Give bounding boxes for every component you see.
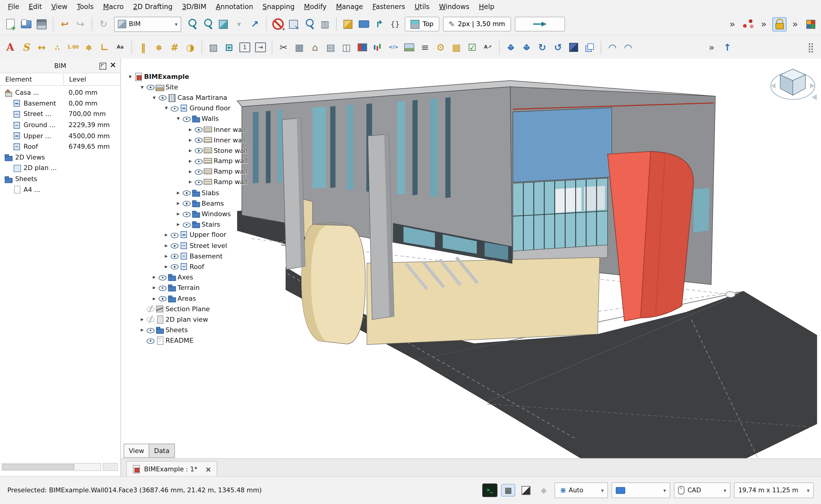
- move-icon[interactable]: [504, 40, 518, 54]
- menu-utils[interactable]: Utils: [410, 1, 434, 11]
- menu-2d-drafting[interactable]: 2D Drafting: [128, 1, 177, 11]
- expand-panel-icon[interactable]: [100, 63, 106, 70]
- redo-icon[interactable]: ↪: [73, 17, 87, 31]
- arch-section-plane-icon[interactable]: ◑: [183, 40, 197, 54]
- document-tab[interactable]: BIMExample : 1* ×: [126, 461, 217, 476]
- tree-item-walls[interactable]: ▾Walls: [124, 113, 248, 124]
- horizontal-scrollbar[interactable]: [1, 463, 101, 471]
- code-icon[interactable]: </>: [387, 40, 401, 54]
- arch-axis-system-icon[interactable]: ✽: [152, 40, 166, 54]
- menu-tools[interactable]: Tools: [72, 1, 98, 11]
- bim-window-icon[interactable]: ◫: [339, 40, 354, 54]
- bim-tools-icon[interactable]: ✂: [276, 40, 291, 54]
- refresh-icon[interactable]: ↻: [96, 17, 110, 31]
- menu-modify[interactable]: Modify: [299, 1, 331, 11]
- bim-item-roof[interactable]: Roof6749,65 mm: [0, 141, 120, 152]
- undo-icon[interactable]: ↩: [58, 17, 72, 31]
- zoom-selection-icon[interactable]: [200, 17, 215, 31]
- expander-closed-icon[interactable]: ▸: [162, 242, 170, 249]
- crosshair-toggle-icon[interactable]: ▦: [501, 484, 515, 497]
- expander-open-icon[interactable]: ▾: [150, 94, 158, 101]
- visibility-eye-icon[interactable]: [194, 147, 203, 154]
- visibility-eye-icon[interactable]: [146, 326, 155, 333]
- tree-item-slabs[interactable]: ▸Slabs: [124, 187, 248, 198]
- open-document-icon[interactable]: [19, 17, 33, 31]
- tree-item-inner-wall[interactable]: ▸Inner wall: [124, 124, 248, 134]
- expander-closed-icon[interactable]: ▸: [174, 210, 182, 217]
- bim-project-icon[interactable]: ⌂: [308, 40, 322, 54]
- appearance-icon[interactable]: [804, 17, 818, 31]
- visibility-eye-icon[interactable]: [146, 316, 155, 323]
- reference-icon[interactable]: [355, 40, 369, 54]
- arch-axis-icon[interactable]: ‖: [136, 40, 150, 54]
- copy-move-icon[interactable]: [519, 40, 533, 54]
- visibility-eye-icon[interactable]: [182, 210, 191, 217]
- expander-closed-icon[interactable]: ▸: [150, 295, 158, 302]
- draw-style-icon[interactable]: [519, 484, 533, 497]
- arch-grid-icon[interactable]: #: [167, 40, 181, 54]
- dependency-graph-icon[interactable]: [741, 17, 755, 31]
- tree-item-bimexample[interactable]: ▾BIMExample: [124, 71, 248, 82]
- orbit-icon[interactable]: ↺: [551, 40, 565, 54]
- visibility-eye-icon[interactable]: [194, 136, 203, 143]
- bim-item-sheets[interactable]: Sheets: [0, 174, 120, 184]
- close-panel-icon[interactable]: ×: [109, 60, 116, 70]
- annotation-scale-icon[interactable]: A↗: [481, 40, 495, 54]
- draft-text-icon[interactable]: A: [3, 40, 17, 54]
- expander-open-icon[interactable]: ▾: [138, 84, 146, 91]
- preferences-gear-icon[interactable]: ⚙: [434, 40, 448, 54]
- console-toggle-icon[interactable]: >_: [482, 483, 497, 497]
- visibility-eye-icon[interactable]: [158, 284, 167, 291]
- working-plane-icon[interactable]: [287, 17, 301, 31]
- tree-item-ramp-wall[interactable]: ▸Ramp wall: [124, 156, 248, 166]
- bim-item-a4[interactable]: A4 ...: [0, 184, 120, 195]
- expander-closed-icon[interactable]: ▸: [138, 316, 146, 323]
- expander-open-icon[interactable]: ▾: [126, 73, 134, 80]
- visibility-eye-icon[interactable]: [182, 189, 191, 196]
- tree-item-section-plane[interactable]: Section Plane: [124, 303, 248, 314]
- menu-view[interactable]: View: [46, 1, 72, 11]
- visibility-eye-icon[interactable]: [194, 157, 203, 165]
- scrollbar-thumb[interactable]: [3, 464, 75, 470]
- upgrade-icon[interactable]: ↑: [720, 40, 734, 54]
- sketch-icon[interactable]: ▦: [292, 40, 306, 54]
- dots-grid-icon[interactable]: ⣿: [804, 40, 818, 54]
- zoom-fit-icon[interactable]: [185, 17, 199, 31]
- tree-item-upper-floor[interactable]: ▸Upper floor: [124, 230, 248, 240]
- arch-component-icon[interactable]: [341, 17, 355, 31]
- zoom-2d-icon[interactable]: [302, 17, 316, 31]
- visibility-eye-icon[interactable]: [170, 263, 179, 270]
- navigation-style-dropdown[interactable]: CAD ▾: [674, 482, 730, 498]
- expander-closed-icon[interactable]: ▸: [186, 147, 194, 154]
- tree-item-areas[interactable]: ▸Areas: [124, 293, 248, 303]
- menu-snapping[interactable]: Snapping: [258, 1, 299, 11]
- tree-item-axes[interactable]: ▸Axes: [124, 272, 248, 282]
- visibility-eye-icon[interactable]: [194, 126, 203, 133]
- spreadsheet-icon[interactable]: ▦: [449, 40, 463, 54]
- expander-closed-icon[interactable]: ▸: [186, 179, 194, 186]
- layers-icon[interactable]: ≡: [418, 40, 432, 54]
- draft-label-icon[interactable]: Aa: [113, 40, 127, 54]
- visibility-eye-icon[interactable]: [170, 231, 179, 238]
- bim-item-casa[interactable]: Casa ...0,00 mm: [0, 87, 120, 98]
- workbench-selector[interactable]: BIM ▾: [114, 16, 181, 32]
- draft-shapestring-icon[interactable]: S: [19, 40, 33, 54]
- bim-item-2d-plan[interactable]: 2D plan ...: [0, 163, 120, 174]
- 3d-viewport[interactable]: ▾BIMExample▾Site▾Casa Martirana▾Ground f…: [121, 58, 821, 458]
- new-document-icon[interactable]: [3, 17, 17, 31]
- draft-arrow-button[interactable]: [515, 17, 565, 31]
- tree-item-street-level[interactable]: ▸Street level: [124, 240, 248, 251]
- expander-closed-icon[interactable]: ▸: [150, 284, 158, 291]
- expander-open-icon[interactable]: ▾: [162, 105, 170, 112]
- view-options-icon[interactable]: ▾: [232, 17, 246, 31]
- lock-icon[interactable]: [772, 17, 787, 31]
- visibility-eye-icon[interactable]: [182, 199, 191, 207]
- tree-item-ramp-wall[interactable]: ▸Ramp wall: [124, 166, 248, 177]
- tree-item-roof[interactable]: ▸Roof: [124, 261, 248, 272]
- expander-closed-icon[interactable]: ▸: [174, 200, 182, 207]
- tree-item-inner-wall[interactable]: ▸Inner wall: [124, 135, 248, 145]
- overflow-1-icon[interactable]: »: [725, 17, 739, 31]
- overflow-3-icon[interactable]: »: [788, 17, 802, 31]
- line-style-button[interactable]: ✎ 2px | 3,50 mm: [443, 17, 511, 31]
- axonometric-view-icon[interactable]: [217, 17, 231, 31]
